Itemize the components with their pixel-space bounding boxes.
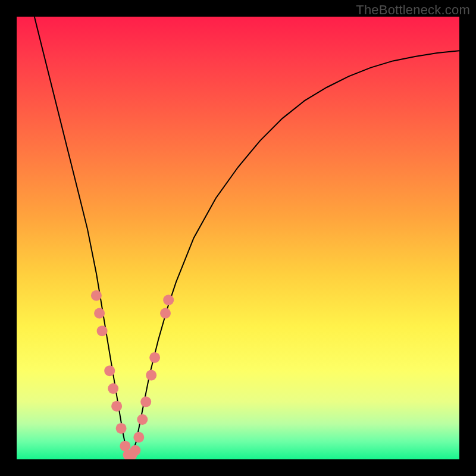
plot-area [17,17,459,459]
data-marker [108,383,118,394]
data-marker [104,365,115,376]
data-marker [149,352,160,363]
data-marker [160,308,171,319]
data-marker [94,308,105,319]
data-marker [140,396,151,407]
chart-overlay [17,17,459,459]
bottleneck-curve [35,17,459,455]
data-marker [111,401,122,412]
data-marker [91,290,102,301]
data-marker [97,325,108,336]
data-marker [130,445,140,456]
data-marker [163,295,174,305]
data-marker [133,432,144,443]
chart-frame: TheBottleneck.com [0,0,476,476]
watermark-text: TheBottleneck.com [356,2,470,18]
data-marker [137,414,148,425]
marker-group [91,290,174,459]
data-marker [146,370,156,381]
data-marker [116,423,127,434]
